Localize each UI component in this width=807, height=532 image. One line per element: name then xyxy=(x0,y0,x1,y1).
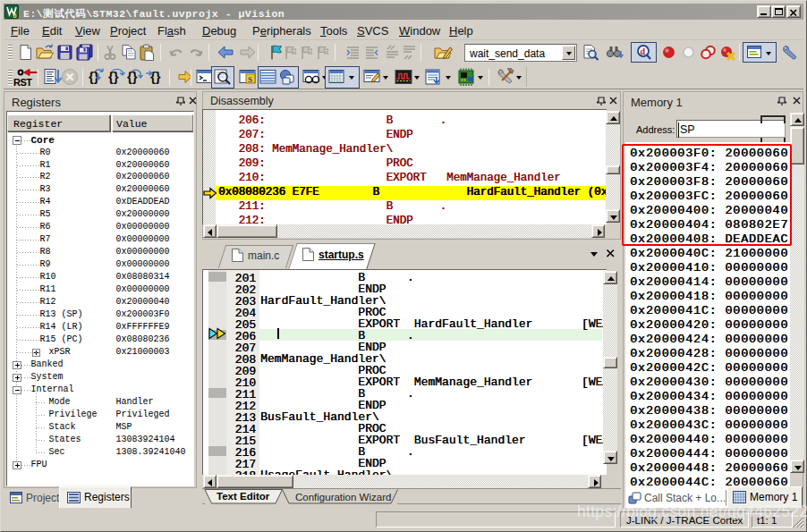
svg-text:RST: RST xyxy=(13,77,32,87)
svg-text:{}: {} xyxy=(108,69,119,84)
svg-text:{}: {} xyxy=(150,69,161,84)
svg-text:d: d xyxy=(641,46,646,56)
svg-text:S: S xyxy=(248,75,252,84)
svg-text:{}: {} xyxy=(89,69,99,84)
svg-text:5: 5 xyxy=(13,13,17,19)
